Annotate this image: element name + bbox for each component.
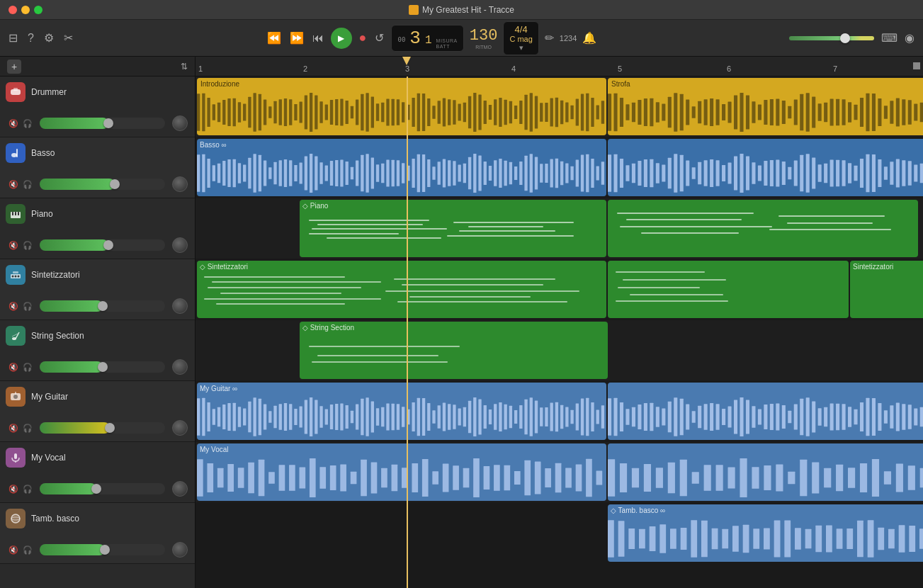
settings-icon[interactable]: ⚙: [44, 31, 54, 45]
piano-fader[interactable]: [40, 239, 165, 251]
track-row-drummer[interactable]: Introduzione // Generated inline SVG for…: [196, 77, 923, 137]
rewind-button[interactable]: ⏪: [266, 30, 283, 46]
basso-solo-icon[interactable]: 🎧: [23, 180, 33, 189]
track-row-tamb[interactable]: ◇ Tamb. basco ∞: [196, 503, 923, 564]
track-row-basso[interactable]: Basso ∞ Basso ∞: [196, 137, 923, 198]
add-track-button[interactable]: +: [7, 60, 21, 74]
synth-clip-3[interactable]: Sintetizzatori: [850, 261, 923, 318]
strings-volume-knob[interactable]: [172, 359, 188, 375]
svg-rect-448: [764, 161, 767, 186]
drummer-fader[interactable]: [40, 118, 165, 129]
svg-rect-858: [824, 407, 827, 426]
piano-clip-2[interactable]: [608, 200, 918, 257]
guitar-volume-knob[interactable]: [172, 420, 188, 436]
numbers-icon[interactable]: 1234: [560, 34, 577, 43]
guitar-solo-icon[interactable]: 🎧: [23, 424, 33, 433]
piano-solo-icon[interactable]: 🎧: [23, 241, 33, 250]
svg-rect-100: [596, 105, 599, 119]
synth-clip-1[interactable]: ◇ Sintetizzatori: [197, 261, 606, 318]
svg-rect-28: [227, 98, 230, 126]
metronome-icon[interactable]: 🔔: [582, 31, 596, 45]
basso-volume-knob[interactable]: [172, 176, 188, 192]
svg-rect-379: [386, 160, 389, 187]
minimize-button[interactable]: [21, 6, 30, 14]
track-row-strings[interactable]: ◇ String Section: [196, 320, 923, 381]
tamb-fader[interactable]: [40, 544, 165, 555]
window-controls[interactable]: [9, 6, 43, 14]
drummer-clip-strofa[interactable]: Strofa: [608, 78, 923, 135]
piano-volume-knob[interactable]: [172, 237, 188, 253]
svg-rect-147: [878, 98, 881, 126]
browser-icon[interactable]: ◉: [905, 31, 914, 45]
svg-rect-843: [734, 400, 737, 434]
synth-solo-icon[interactable]: 🎧: [23, 302, 33, 311]
close-button[interactable]: [9, 6, 17, 14]
cycle-button[interactable]: ↺: [373, 30, 385, 46]
vocal-mute-icon[interactable]: 🔇: [9, 485, 18, 494]
time-sig-display[interactable]: 4/4 C mag ▾: [503, 21, 538, 55]
svg-rect-66: [422, 94, 425, 131]
guitar-fader[interactable]: [40, 422, 165, 434]
pencil-icon[interactable]: ✏: [545, 31, 554, 45]
track-row-synth[interactable]: ◇ Sintetizzatori: [196, 259, 923, 320]
svg-rect-81: [499, 98, 502, 127]
ruler[interactable]: 1 2 3 4 5 6 7: [196, 57, 923, 77]
toolbar-left: ⊟ ? ⚙ ✂: [9, 31, 73, 45]
svg-rect-1140: [586, 459, 592, 497]
svg-rect-51: [346, 101, 349, 124]
svg-rect-438: [704, 160, 708, 186]
track-item-tamb: Tamb. basco 🔇 🎧: [0, 503, 195, 564]
strings-solo-icon[interactable]: 🎧: [23, 363, 33, 372]
vocal-fader[interactable]: [40, 483, 165, 494]
basso-clip-2[interactable]: [608, 139, 923, 196]
synth-clip-2[interactable]: [608, 261, 849, 318]
synth-fader[interactable]: [40, 300, 165, 312]
vocal-solo-icon[interactable]: 🎧: [23, 485, 33, 494]
guitar-clip-1[interactable]: My Guitar ∞: [197, 383, 606, 440]
piano-mute-icon[interactable]: 🔇: [9, 241, 18, 250]
guitar-clip-2[interactable]: [608, 383, 923, 440]
record-button[interactable]: ●: [358, 29, 368, 47]
to-start-button[interactable]: ⏮: [311, 30, 325, 46]
drummer-volume-knob[interactable]: [172, 115, 188, 131]
vocal-clip-2[interactable]: [608, 443, 923, 501]
tamb-volume-knob[interactable]: [172, 542, 188, 558]
svg-rect-1333: [722, 529, 728, 548]
strings-fader[interactable]: [40, 361, 165, 373]
svg-rect-32: [248, 97, 251, 128]
svg-rect-83: [509, 101, 512, 123]
tamb-mute-icon[interactable]: 🔇: [9, 545, 18, 555]
tamb-solo-icon[interactable]: 🎧: [23, 545, 33, 555]
tracks-sort-button[interactable]: ⇅: [181, 62, 188, 72]
fast-forward-button[interactable]: ⏩: [288, 30, 305, 46]
strings-clip-1[interactable]: ◇ String Section: [300, 322, 608, 379]
drummer-solo-icon[interactable]: 🎧: [23, 119, 33, 128]
svg-rect-1122: [402, 468, 408, 488]
keyboard-icon[interactable]: ⌨: [881, 31, 897, 45]
master-volume-slider[interactable]: [789, 36, 874, 40]
track-row-piano[interactable]: ◇ Piano: [196, 198, 923, 259]
basso-fader[interactable]: [40, 179, 165, 190]
track-row-vocal[interactable]: My Vocal My Vocal: [196, 442, 923, 503]
tamb-clip-1[interactable]: ◇ Tamb. basco ∞: [608, 504, 923, 562]
svg-rect-398: [484, 162, 487, 185]
vocal-clip-1[interactable]: My Vocal: [197, 443, 606, 501]
synth-volume-knob[interactable]: [172, 298, 188, 314]
drummer-clip-intro[interactable]: Introduzione // Generated inline SVG for…: [197, 78, 606, 135]
library-icon[interactable]: ⊟: [9, 31, 18, 45]
help-icon[interactable]: ?: [28, 32, 34, 45]
strings-mute-icon[interactable]: 🔇: [9, 363, 18, 372]
piano-clip-1[interactable]: ◇ Piano: [300, 200, 606, 257]
basso-clip-1[interactable]: Basso ∞: [197, 139, 606, 196]
guitar-mute-icon[interactable]: 🔇: [9, 424, 18, 433]
play-button[interactable]: ▶: [331, 28, 352, 49]
maximize-button[interactable]: [34, 6, 43, 14]
track-row-guitar[interactable]: My Guitar ∞ My Guitar ∞: [196, 381, 923, 442]
basso-mute-icon[interactable]: 🔇: [9, 180, 18, 189]
vocal-volume-knob[interactable]: [172, 481, 188, 497]
svg-rect-31: [243, 104, 246, 121]
synth-mute-icon[interactable]: 🔇: [9, 302, 18, 311]
scissors-icon[interactable]: ✂: [64, 31, 73, 45]
drummer-mute-icon[interactable]: 🔇: [9, 119, 18, 128]
svg-rect-1124: [422, 459, 429, 497]
